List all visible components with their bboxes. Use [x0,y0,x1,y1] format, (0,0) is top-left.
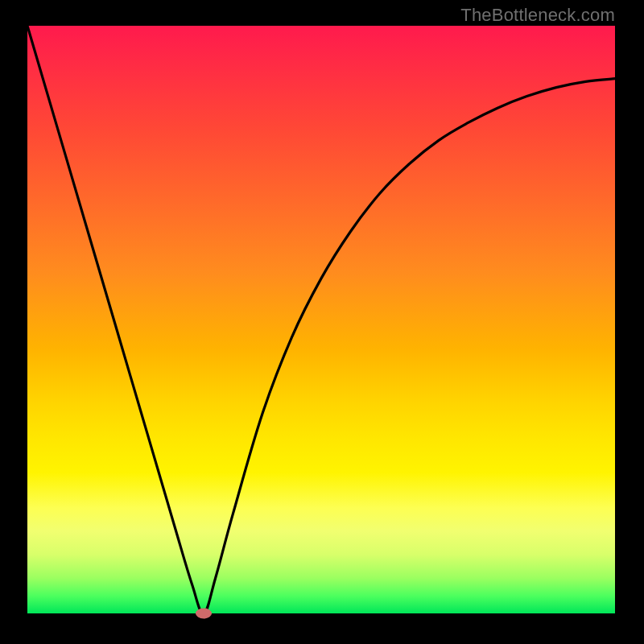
watermark-text: TheBottleneck.com [460,5,615,26]
chart-frame: TheBottleneck.com [0,0,644,644]
plot-area [27,26,615,613]
minimum-marker [196,609,212,619]
curve-svg [27,26,615,613]
bottleneck-curve [27,26,615,613]
